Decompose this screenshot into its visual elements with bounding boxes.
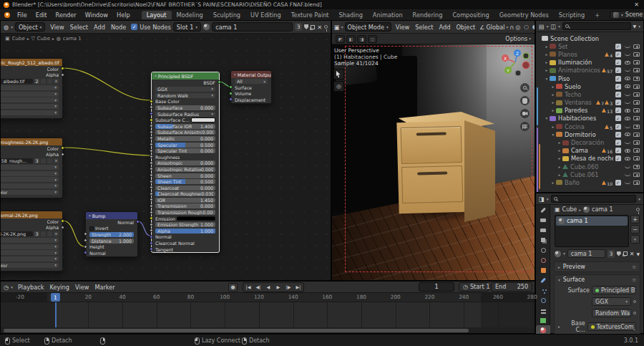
image-datablock-row[interactable]: sCo..12_albedo.tif2✕ bbox=[1, 78, 62, 85]
input-socket-gray[interactable] bbox=[84, 239, 87, 242]
select-new-icon[interactable]: ◧ bbox=[346, 35, 356, 43]
exclude-checkbox[interactable]: ✓ bbox=[615, 124, 621, 130]
new-image-icon[interactable] bbox=[47, 231, 52, 236]
image-name-field[interactable]: arquet_58_rough... bbox=[1, 158, 33, 163]
input-socket-gray[interactable] bbox=[150, 143, 153, 146]
distribution-dropdown[interactable]: GGX ▾ bbox=[592, 297, 631, 306]
options-dropdown[interactable]: Options bbox=[505, 36, 527, 42]
window-close-button[interactable]: ✕ bbox=[634, 1, 639, 8]
render-visibility-icon[interactable] bbox=[633, 140, 640, 145]
option-dropdown[interactable]: ▾ bbox=[1, 183, 59, 188]
workspace-tab-uv-editing[interactable]: UV Editing bbox=[245, 11, 286, 19]
input-socket-yellow[interactable] bbox=[150, 100, 153, 103]
pin-icon[interactable] bbox=[636, 208, 640, 211]
editor-type-icon[interactable]: ◍ bbox=[4, 24, 9, 31]
render-visibility-icon[interactable] bbox=[633, 108, 640, 112]
eye-open-icon[interactable] bbox=[625, 149, 630, 153]
use-nodes-checkbox[interactable]: ✓ bbox=[131, 24, 137, 30]
select-field[interactable]: Subsurface Radius▾ bbox=[155, 112, 215, 117]
node-canvas[interactable]: ▣ Cube ▸ ▽ Cube ▸ ◍ cama 1 ▾m_Fabric_Rou… bbox=[1, 34, 331, 280]
current-frame-badge[interactable]: 1 bbox=[51, 293, 60, 302]
value-slider[interactable]: Alpha1.000 bbox=[155, 229, 215, 234]
unlink-icon[interactable]: ✕ bbox=[54, 158, 59, 163]
image-users-badge[interactable]: 2 bbox=[34, 79, 39, 84]
blender-menu-icon[interactable] bbox=[4, 12, 10, 18]
outliner-search-input[interactable] bbox=[562, 22, 631, 30]
value-slider[interactable]: Subsurface IOR1.400 bbox=[155, 124, 215, 129]
value-slider[interactable]: Transmission0.000 bbox=[155, 203, 215, 208]
input-socket-gray[interactable] bbox=[150, 229, 153, 232]
eye-closed-icon[interactable] bbox=[625, 101, 630, 104]
properties-tab-object[interactable] bbox=[536, 265, 550, 275]
properties-tab-render[interactable] bbox=[536, 215, 550, 225]
principled-bsdf-node[interactable]: ▾Principled BSDFBSDFGGX▾Random Walk▾Base… bbox=[151, 72, 220, 253]
camera-view-button[interactable] bbox=[520, 109, 530, 118]
input-socket-vector[interactable] bbox=[84, 251, 87, 254]
select-box-tool[interactable] bbox=[333, 69, 344, 80]
properties-tab-constraints[interactable] bbox=[536, 305, 550, 315]
input-socket-gray[interactable] bbox=[84, 232, 87, 236]
editor-type-icon[interactable]: ◷ bbox=[4, 284, 9, 291]
tweak-tool-icon[interactable]: ◩ bbox=[336, 35, 345, 43]
outliner-row-cube-061[interactable]: ▸Cube.061 bbox=[536, 170, 643, 178]
outliner-row-cocina[interactable]: ▸Cocina5✓ bbox=[536, 122, 643, 130]
value-slider[interactable]: Specular0.500 bbox=[155, 143, 215, 148]
exclude-checkbox[interactable]: ✓ bbox=[615, 59, 621, 65]
current-frame-field[interactable]: 1 bbox=[419, 282, 454, 292]
enum-dropdown[interactable]: Random Walk▾ bbox=[155, 93, 215, 98]
filter-icon[interactable]: ▼ bbox=[636, 251, 640, 256]
animate-dot[interactable] bbox=[633, 312, 636, 314]
option-dropdown[interactable]: ▾ bbox=[1, 85, 59, 90]
render-visibility-icon[interactable] bbox=[633, 92, 640, 97]
eye-closed-icon[interactable] bbox=[625, 53, 630, 56]
image-name-field[interactable]: sCo..12_albedo.tif bbox=[1, 79, 33, 84]
menu-edit[interactable]: Edit bbox=[31, 11, 52, 19]
input-socket-yellow[interactable] bbox=[150, 118, 153, 122]
viewport-menu-object[interactable]: Object bbox=[453, 24, 478, 31]
disclosure-icon[interactable]: ▸ bbox=[550, 181, 556, 185]
disclosure-icon[interactable]: ▾ bbox=[544, 77, 550, 81]
outliner-row-root[interactable]: Scene Collection bbox=[536, 34, 643, 42]
material-slot-item[interactable]: cama 1 bbox=[556, 216, 628, 226]
input-socket-gray[interactable] bbox=[150, 130, 153, 134]
eye-closed-icon[interactable] bbox=[625, 181, 630, 184]
material-slot-list[interactable]: cama 1 bbox=[555, 215, 629, 247]
image-name-field[interactable]: rque..al-2K-2K.png bbox=[1, 231, 33, 236]
value-slider[interactable]: IOR1.450 bbox=[155, 198, 215, 203]
menu-help[interactable]: Help bbox=[112, 11, 135, 19]
workspace-tab-geometry-nodes[interactable]: Geometry Nodes bbox=[494, 11, 554, 19]
new-material-icon[interactable] bbox=[623, 251, 628, 256]
target-dropdown[interactable]: All▾ bbox=[235, 79, 268, 84]
option-dropdown[interactable]: ▾ bbox=[1, 165, 59, 170]
fake-user-icon[interactable] bbox=[304, 24, 308, 29]
eye-open-icon[interactable] bbox=[625, 109, 630, 112]
eye-open-icon[interactable] bbox=[625, 117, 630, 120]
outliner-row-set[interactable]: ▸Set✓ bbox=[536, 42, 643, 50]
render-visibility-icon[interactable] bbox=[633, 133, 640, 137]
outliner-row-animatronicos[interactable]: ▸Animatronicos57✓ bbox=[536, 67, 643, 75]
frame-start-field[interactable]: ◷ Start 1 bbox=[459, 282, 489, 292]
input-socket-gray[interactable] bbox=[150, 211, 153, 214]
option-dropdown[interactable]: ▾ bbox=[1, 92, 59, 97]
add-slot-button[interactable]: + bbox=[630, 215, 640, 224]
node-header[interactable]: ▾m_Fabric_Rough2_512_albedo.tif bbox=[1, 59, 62, 66]
menu-file[interactable]: File bbox=[13, 11, 31, 19]
editor-type-icon[interactable]: ◨ bbox=[539, 196, 545, 203]
eye-open-icon[interactable] bbox=[625, 61, 630, 64]
input-socket-gray[interactable] bbox=[150, 155, 153, 158]
exclude-checkbox[interactable]: ✓ bbox=[615, 76, 621, 82]
material-output-node[interactable]: ▾Material OutputAll▾SurfaceVolumeDisplac… bbox=[230, 70, 272, 104]
exclude-checkbox[interactable]: ✓ bbox=[615, 132, 621, 138]
exclude-checkbox[interactable]: ✓ bbox=[615, 107, 621, 113]
image-datablock-row[interactable]: arquet_58_rough...3✕ bbox=[1, 158, 62, 164]
play-reverse-button[interactable]: ◀ bbox=[263, 283, 273, 292]
editor-type-icon[interactable]: ▤ bbox=[539, 23, 545, 30]
material-name-field[interactable]: cama 1 bbox=[567, 249, 605, 258]
input-socket-gray[interactable] bbox=[150, 192, 153, 196]
outliner-row-paredes[interactable]: ▸Paredes13✓ bbox=[536, 107, 643, 115]
render-visibility-icon[interactable] bbox=[633, 52, 640, 57]
workspace-tab-layout[interactable]: Layout bbox=[142, 11, 172, 19]
material-icon[interactable] bbox=[555, 251, 561, 257]
value-slider[interactable]: Distance1.000 bbox=[89, 239, 134, 244]
image-texture-node-albedo[interactable]: ▾m_Fabric_Rough2_512_albedo.tifColorAlph… bbox=[1, 58, 63, 119]
